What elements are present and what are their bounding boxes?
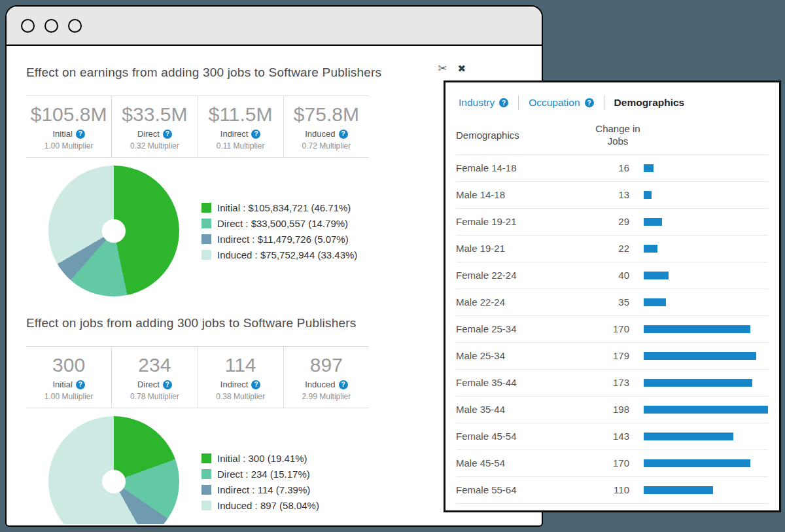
legend-label: Indirect : $11,479,726 (5.07%) — [217, 234, 349, 245]
close-icon[interactable]: ✖ — [457, 63, 466, 75]
legend-item: Initial : 300 (19.41%) — [201, 453, 319, 464]
change-in-jobs-bar — [644, 486, 713, 494]
row-label: Male 14-18 — [456, 189, 590, 200]
help-icon[interactable]: ? — [339, 130, 348, 139]
row-label: Male 35-44 — [456, 404, 590, 415]
table-header: Demographics Change in Jobs — [456, 118, 769, 155]
row-label: Female 35-44 — [456, 377, 590, 388]
stat-value: $105.8M — [29, 104, 109, 125]
legend-item: Initial : $105,834,721 (46.71%) — [201, 202, 357, 213]
stat-label: Indirect? — [201, 129, 281, 139]
legend-swatch — [201, 453, 211, 463]
table-row: Female 19-2129 — [456, 209, 769, 236]
change-in-jobs-bar — [644, 325, 750, 333]
row-value: 29 — [590, 216, 629, 227]
window-control-icon[interactable] — [44, 19, 58, 33]
table-row: Female 35-44173 — [456, 370, 769, 397]
table-row: Male 14-1813 — [456, 182, 769, 209]
column-header-demographics: Demographics — [456, 130, 590, 141]
stat-card: 300Initial?1.00 Multiplier — [26, 347, 111, 408]
row-value: 198 — [590, 404, 629, 415]
stat-label-text: Direct — [137, 129, 160, 139]
tab-label: Industry — [459, 97, 495, 109]
row-label: Male 45-54 — [456, 457, 590, 469]
row-value: 35 — [590, 296, 629, 308]
scissors-icon[interactable]: ✂ — [438, 62, 447, 75]
tab-label: Occupation — [529, 97, 580, 109]
demographics-panel: Industry?Occupation?Demographics Demogra… — [444, 80, 781, 512]
legend-swatch — [201, 234, 211, 244]
window-control-icon[interactable] — [68, 19, 82, 33]
help-icon[interactable]: ? — [163, 380, 172, 389]
stat-multiplier: 0.72 Multiplier — [287, 141, 366, 151]
row-label: Female 19-21 — [456, 216, 590, 227]
legend-item: Induced : $75,752,944 (33.43%) — [201, 249, 357, 260]
row-value: 143 — [590, 431, 629, 442]
table-row: Male 22-2435 — [456, 289, 769, 316]
stat-label: Indirect? — [201, 380, 281, 389]
row-bar-cell — [644, 406, 769, 414]
table-row: Female 25-34170 — [456, 316, 769, 343]
row-label: Male 19-21 — [456, 243, 590, 254]
stat-label-text: Initial — [52, 380, 72, 389]
stat-label-text: Indirect — [220, 129, 249, 139]
row-bar-cell — [644, 298, 769, 306]
stat-multiplier: 0.38 Multiplier — [201, 392, 281, 401]
row-value: 16 — [590, 162, 629, 173]
legend-item: Indirect : 114 (7.39%) — [201, 484, 319, 495]
stat-multiplier: 1.00 Multiplier — [29, 392, 109, 401]
row-value: 170 — [590, 457, 629, 469]
legend-item: Induced : 897 (58.04%) — [201, 500, 319, 511]
row-value: 179 — [590, 350, 629, 361]
stat-value: $75.8M — [287, 104, 366, 125]
legend-item: Direct : 234 (15.17%) — [201, 469, 319, 480]
table-row: Male 19-2122 — [456, 236, 769, 262]
stat-multiplier: 1.00 Multiplier — [29, 141, 109, 151]
change-in-jobs-bar — [644, 164, 654, 172]
row-value: 173 — [590, 377, 629, 388]
stat-card: $33.5MDirect?0.32 Multiplier — [111, 96, 197, 157]
legend-label: Direct : $33,500,557 (14.79%) — [217, 218, 348, 229]
legend-label: Induced : $75,752,944 (33.43%) — [217, 249, 357, 260]
stat-multiplier: 0.11 Multiplier — [201, 141, 281, 151]
tab-industry[interactable]: Industry? — [456, 97, 518, 109]
help-icon[interactable]: ? — [585, 98, 594, 107]
help-icon[interactable]: ? — [251, 380, 260, 389]
row-label: Female 22-24 — [456, 270, 590, 281]
help-icon[interactable]: ? — [251, 130, 260, 139]
stat-label-text: Indirect — [220, 380, 249, 389]
row-label: Female 25-34 — [456, 323, 590, 334]
stat-multiplier: 2.99 Multiplier — [287, 392, 366, 401]
jobs-legend: Initial : 300 (19.41%)Direct : 234 (15.1… — [201, 448, 319, 516]
tab-demographics[interactable]: Demographics — [604, 97, 695, 109]
help-icon[interactable]: ? — [339, 380, 348, 389]
tab-occupation[interactable]: Occupation? — [519, 97, 603, 109]
row-bar-cell — [644, 325, 769, 333]
stat-value: $33.5M — [114, 104, 194, 125]
row-value: 22 — [590, 243, 629, 254]
window-control-icon[interactable] — [21, 19, 35, 33]
stat-value: 897 — [287, 355, 366, 376]
stat-card: $75.8MInduced?0.72 Multiplier — [283, 96, 369, 157]
row-label: Female 14-18 — [456, 162, 590, 173]
table-row: Female 22-2440 — [456, 262, 769, 289]
column-header-change-in-jobs: Change in Jobs — [592, 123, 644, 148]
stat-card: 114Indirect?0.38 Multiplier — [198, 347, 283, 408]
help-icon[interactable]: ? — [76, 380, 85, 389]
stat-card: 897Induced?2.99 Multiplier — [283, 347, 369, 408]
stat-label: Initial? — [29, 380, 109, 389]
legend-swatch — [201, 469, 211, 479]
row-bar-cell — [644, 245, 769, 253]
legend-swatch — [201, 250, 211, 260]
help-icon[interactable]: ? — [76, 130, 85, 139]
change-in-jobs-bar — [644, 406, 768, 414]
window-titlebar — [7, 7, 542, 46]
row-bar-cell — [644, 191, 769, 199]
stat-label-text: Initial — [52, 129, 72, 139]
stat-label-text: Induced — [305, 129, 335, 139]
stat-label: Induced? — [287, 129, 366, 139]
stat-label: Initial? — [29, 129, 109, 139]
stat-label: Induced? — [287, 380, 366, 389]
help-icon[interactable]: ? — [499, 98, 508, 107]
help-icon[interactable]: ? — [163, 130, 172, 139]
